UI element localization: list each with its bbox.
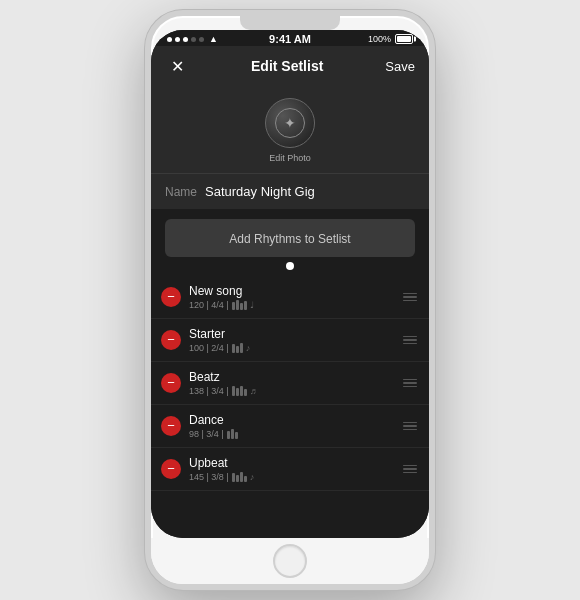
name-field-row: Name Saturday Night Gig bbox=[151, 173, 429, 209]
drag-line-2-1 bbox=[403, 379, 417, 381]
minus-icon-0: − bbox=[167, 290, 175, 303]
drag-handle-3[interactable] bbox=[401, 420, 419, 433]
song-info-2: Beatz 138 | 3/4 | ♬ bbox=[189, 370, 393, 396]
song-name-0: New song bbox=[189, 284, 393, 298]
song-list: − New song 120 | 4/4 | ♩ bbox=[151, 276, 429, 538]
remove-button-2[interactable]: − bbox=[161, 373, 181, 393]
photo-section: ✦ Edit Photo bbox=[151, 86, 429, 173]
drag-line-3-3 bbox=[403, 429, 417, 431]
song-name-3: Dance bbox=[189, 413, 393, 427]
drag-line-4-3 bbox=[403, 472, 417, 474]
song-info-1: Starter 100 | 2/4 | ♪ bbox=[189, 327, 393, 353]
song-name-4: Upbeat bbox=[189, 456, 393, 470]
profile-photo[interactable]: ✦ bbox=[265, 98, 315, 148]
bar-1-1 bbox=[236, 346, 239, 353]
song-bpm-3: 98 | 3/4 | bbox=[189, 429, 224, 439]
signal-dot-4 bbox=[191, 37, 196, 42]
edit-photo-label[interactable]: Edit Photo bbox=[269, 153, 311, 163]
phone-screen: ▲ 9:41 AM 100% ✕ Edit Setlist Save ✦ E bbox=[151, 30, 429, 538]
signal-dot-2 bbox=[175, 37, 180, 42]
add-rhythms-button[interactable]: Add Rhythms to Setlist bbox=[165, 219, 415, 257]
note-icon-2: ♬ bbox=[250, 386, 257, 396]
drag-line-4-2 bbox=[403, 468, 417, 470]
drag-line-0-1 bbox=[403, 293, 417, 295]
song-item-4: − Upbeat 145 | 3/8 | ♪ bbox=[151, 448, 429, 491]
drag-line-0-2 bbox=[403, 296, 417, 298]
drag-line-1-3 bbox=[403, 343, 417, 345]
song-name-1: Starter bbox=[189, 327, 393, 341]
song-info-0: New song 120 | 4/4 | ♩ bbox=[189, 284, 393, 310]
drag-line-1-2 bbox=[403, 339, 417, 341]
bar-1-0 bbox=[232, 344, 235, 353]
remove-button-3[interactable]: − bbox=[161, 416, 181, 436]
note-icon-1: ♪ bbox=[246, 343, 251, 353]
nav-title: Edit Setlist bbox=[251, 58, 323, 74]
drag-handle-1[interactable] bbox=[401, 334, 419, 347]
drag-handle-0[interactable] bbox=[401, 291, 419, 304]
bar-4-0 bbox=[232, 473, 235, 482]
bar-0-2 bbox=[240, 303, 243, 310]
song-meta-2: 138 | 3/4 | ♬ bbox=[189, 386, 393, 396]
remove-button-0[interactable]: − bbox=[161, 287, 181, 307]
close-button[interactable]: ✕ bbox=[165, 54, 189, 78]
remove-button-1[interactable]: − bbox=[161, 330, 181, 350]
status-time: 9:41 AM bbox=[269, 33, 311, 45]
bar-2-0 bbox=[232, 386, 235, 396]
signal-dot-3 bbox=[183, 37, 188, 42]
song-meta-1: 100 | 2/4 | ♪ bbox=[189, 343, 393, 353]
bar-4-2 bbox=[240, 472, 243, 482]
photo-inner-ring: ✦ bbox=[275, 108, 305, 138]
drag-handle-4[interactable] bbox=[401, 463, 419, 476]
song-bpm-1: 100 | 2/4 | bbox=[189, 343, 229, 353]
song-item-1: − Starter 100 | 2/4 | ♪ bbox=[151, 319, 429, 362]
song-item-3: − Dance 98 | 3/4 | bbox=[151, 405, 429, 448]
wifi-icon: ▲ bbox=[209, 34, 218, 44]
drag-line-1-1 bbox=[403, 336, 417, 338]
phone-frame: ▲ 9:41 AM 100% ✕ Edit Setlist Save ✦ E bbox=[145, 10, 435, 590]
minus-icon-1: − bbox=[167, 333, 175, 346]
bar-2-1 bbox=[236, 388, 239, 396]
bar-1-2 bbox=[240, 343, 243, 353]
photo-star-icon: ✦ bbox=[284, 115, 296, 131]
song-meta-0: 120 | 4/4 | ♩ bbox=[189, 300, 393, 310]
meta-bars-1 bbox=[232, 343, 243, 353]
minus-icon-2: − bbox=[167, 376, 175, 389]
bar-4-3 bbox=[244, 476, 247, 482]
bar-3-0 bbox=[227, 431, 230, 439]
status-bar: ▲ 9:41 AM 100% bbox=[151, 30, 429, 46]
signal-dot-1 bbox=[167, 37, 172, 42]
meta-bars-4 bbox=[232, 472, 247, 482]
song-info-3: Dance 98 | 3/4 | bbox=[189, 413, 393, 439]
drag-handle-2[interactable] bbox=[401, 377, 419, 390]
song-bpm-4: 145 | 3/8 | bbox=[189, 472, 229, 482]
scroll-indicator bbox=[286, 262, 294, 270]
bar-3-2 bbox=[235, 432, 238, 439]
nav-bar: ✕ Edit Setlist Save bbox=[151, 46, 429, 86]
bar-4-1 bbox=[236, 475, 239, 482]
add-rhythms-section: Add Rhythms to Setlist bbox=[151, 209, 429, 276]
remove-button-4[interactable]: − bbox=[161, 459, 181, 479]
bar-3-1 bbox=[231, 429, 234, 439]
bar-2-3 bbox=[244, 389, 247, 396]
drag-line-4-1 bbox=[403, 465, 417, 467]
song-item-2: − Beatz 138 | 3/4 | ♬ bbox=[151, 362, 429, 405]
song-info-4: Upbeat 145 | 3/8 | ♪ bbox=[189, 456, 393, 482]
meta-bars-0 bbox=[232, 300, 247, 310]
song-bpm-0: 120 | 4/4 | bbox=[189, 300, 229, 310]
drag-line-2-3 bbox=[403, 386, 417, 388]
song-item-0: − New song 120 | 4/4 | ♩ bbox=[151, 276, 429, 319]
meta-bars-3 bbox=[227, 429, 238, 439]
battery-fill bbox=[397, 36, 411, 42]
song-meta-3: 98 | 3/4 | bbox=[189, 429, 393, 439]
minus-icon-4: − bbox=[167, 462, 175, 475]
drag-line-2-2 bbox=[403, 382, 417, 384]
name-value[interactable]: Saturday Night Gig bbox=[205, 184, 415, 199]
drag-line-0-3 bbox=[403, 300, 417, 302]
home-button[interactable] bbox=[273, 544, 307, 578]
signal-dot-5 bbox=[199, 37, 204, 42]
bar-0-0 bbox=[232, 302, 235, 310]
save-button[interactable]: Save bbox=[385, 59, 415, 74]
minus-icon-3: − bbox=[167, 419, 175, 432]
meta-bars-2 bbox=[232, 386, 247, 396]
song-meta-4: 145 | 3/8 | ♪ bbox=[189, 472, 393, 482]
